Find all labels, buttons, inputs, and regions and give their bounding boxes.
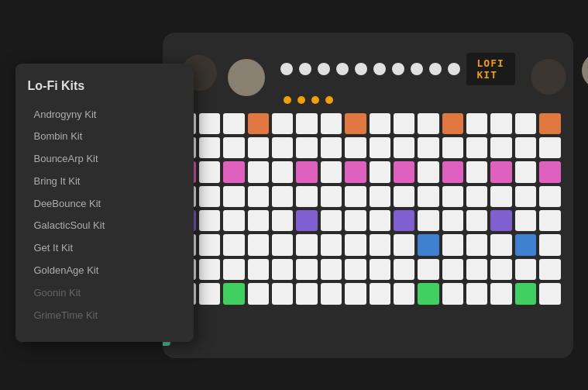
pad-6-14[interactable] — [515, 259, 536, 280]
pad-3-15[interactable] — [539, 186, 560, 207]
pad-5-5[interactable] — [296, 234, 317, 255]
pad-1-13[interactable] — [490, 137, 511, 158]
pad-7-6[interactable] — [321, 283, 342, 304]
pad-5-6[interactable] — [321, 234, 342, 255]
pad-7-3[interactable] — [248, 283, 269, 304]
pad-5-10[interactable] — [418, 234, 438, 255]
pad-5-8[interactable] — [370, 234, 390, 255]
pad-7-5[interactable] — [296, 283, 317, 304]
pad-3-4[interactable] — [272, 186, 293, 207]
pad-0-6[interactable] — [321, 113, 342, 134]
pad-3-9[interactable] — [394, 186, 414, 207]
pad-7-11[interactable] — [442, 283, 463, 304]
pad-1-4[interactable] — [272, 137, 293, 158]
pad-1-14[interactable] — [515, 137, 536, 158]
kit-item-7[interactable]: GoldenAge Kit — [28, 260, 181, 282]
pad-5-7[interactable] — [345, 234, 366, 255]
kit-item-8[interactable]: Goonin Kit — [28, 282, 181, 305]
step-btn-5[interactable] — [355, 63, 367, 75]
knob-2[interactable] — [228, 59, 265, 96]
pad-2-3[interactable] — [248, 161, 269, 182]
pad-5-2[interactable] — [223, 234, 244, 255]
pad-6-2[interactable] — [223, 259, 244, 280]
pad-4-6[interactable] — [321, 210, 342, 231]
step-btn-10[interactable] — [448, 63, 460, 75]
pad-4-3[interactable] — [248, 210, 269, 231]
pad-0-5[interactable] — [296, 113, 317, 134]
pad-0-7[interactable] — [345, 113, 366, 134]
pad-4-8[interactable] — [370, 210, 390, 231]
pad-5-15[interactable] — [539, 234, 560, 255]
pad-2-11[interactable] — [442, 161, 463, 182]
pad-7-13[interactable] — [490, 283, 511, 304]
pad-5-11[interactable] — [442, 234, 463, 255]
step-btn-7[interactable] — [392, 63, 404, 75]
pad-7-1[interactable] — [199, 283, 220, 304]
pad-7-12[interactable] — [466, 283, 487, 304]
pad-1-12[interactable] — [466, 137, 487, 158]
pad-2-6[interactable] — [321, 161, 342, 182]
step-btn-4[interactable] — [336, 63, 349, 75]
pad-6-1[interactable] — [199, 259, 220, 280]
pad-2-10[interactable] — [418, 161, 438, 182]
pad-0-1[interactable] — [199, 113, 220, 134]
pad-2-2[interactable] — [223, 161, 244, 182]
pad-6-12[interactable] — [466, 259, 487, 280]
pad-6-7[interactable] — [345, 259, 366, 280]
pad-0-12[interactable] — [466, 113, 487, 134]
pad-2-14[interactable] — [515, 161, 536, 182]
pad-4-11[interactable] — [442, 210, 463, 231]
pad-4-4[interactable] — [272, 210, 293, 231]
pad-1-3[interactable] — [248, 137, 269, 158]
kit-item-5[interactable]: GalacticSoul Kit — [28, 215, 181, 237]
pad-7-14[interactable] — [515, 283, 536, 304]
pad-2-13[interactable] — [490, 161, 511, 182]
step-btn-2[interactable] — [299, 63, 311, 75]
pad-6-9[interactable] — [394, 259, 414, 280]
pad-3-1[interactable] — [199, 186, 220, 207]
step-btn-9[interactable] — [429, 63, 442, 75]
kit-item-0[interactable]: Androgyny Kit — [28, 104, 181, 126]
pad-0-8[interactable] — [370, 113, 390, 134]
kit-item-6[interactable]: Get It Kit — [28, 237, 181, 260]
pad-7-15[interactable] — [539, 283, 560, 304]
pad-6-11[interactable] — [442, 259, 463, 280]
pad-0-10[interactable] — [418, 113, 438, 134]
pad-5-3[interactable] — [248, 234, 269, 255]
pad-5-14[interactable] — [515, 234, 536, 255]
pad-7-7[interactable] — [345, 283, 366, 304]
pad-3-8[interactable] — [370, 186, 390, 207]
pad-6-8[interactable] — [370, 259, 390, 280]
pad-2-9[interactable] — [394, 161, 414, 182]
pad-3-14[interactable] — [515, 186, 536, 207]
pad-2-4[interactable] — [272, 161, 293, 182]
pad-0-9[interactable] — [394, 113, 414, 134]
pad-6-4[interactable] — [272, 259, 293, 280]
pad-0-2[interactable] — [223, 113, 244, 134]
pad-1-6[interactable] — [321, 137, 342, 158]
step-btn-3[interactable] — [318, 63, 330, 75]
pad-2-7[interactable] — [345, 161, 366, 182]
pad-7-8[interactable] — [370, 283, 390, 304]
pad-4-1[interactable] — [199, 210, 220, 231]
kit-item-2[interactable]: BounceArp Kit — [28, 148, 181, 171]
pad-0-3[interactable] — [248, 113, 269, 134]
pad-4-5[interactable] — [296, 210, 317, 231]
pad-7-2[interactable] — [223, 283, 244, 304]
pad-3-10[interactable] — [418, 186, 438, 207]
pad-6-3[interactable] — [248, 259, 269, 280]
pad-4-13[interactable] — [490, 210, 511, 231]
pad-1-15[interactable] — [539, 137, 560, 158]
pad-1-5[interactable] — [296, 137, 317, 158]
pad-0-13[interactable] — [490, 113, 511, 134]
pad-1-8[interactable] — [370, 137, 390, 158]
kit-item-1[interactable]: Bombin Kit — [28, 126, 181, 148]
pad-4-12[interactable] — [466, 210, 487, 231]
pad-2-5[interactable] — [296, 161, 317, 182]
pad-4-2[interactable] — [223, 210, 244, 231]
pad-3-11[interactable] — [442, 186, 463, 207]
pad-3-3[interactable] — [248, 186, 269, 207]
pad-6-15[interactable] — [539, 259, 560, 280]
pad-6-10[interactable] — [418, 259, 438, 280]
step-btn-8[interactable] — [411, 63, 423, 75]
